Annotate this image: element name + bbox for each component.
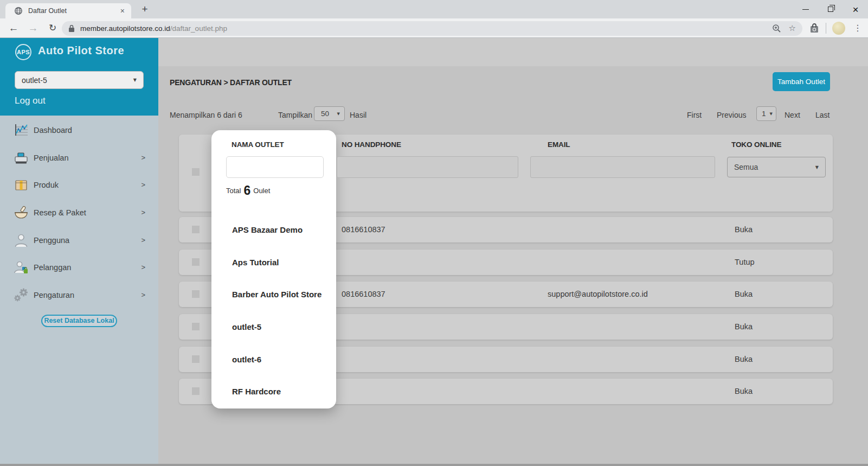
page-size-suffix-label: Hasil [350,108,367,123]
browser-tabstrip: Daftar Outlet × + × [0,0,868,18]
sidebar-item-dashboard[interactable]: Dashboard [0,117,158,144]
filter-no-handphone-input[interactable] [337,156,518,178]
profile-avatar[interactable] [832,22,845,35]
url-text: member.autopilotstore.co.id/daftar_outle… [80,24,764,33]
browser-tab[interactable]: Daftar Outlet × [5,3,131,18]
chevron-down-icon: ▼ [770,112,773,116]
page-number-select[interactable]: 1 ▼ [756,106,776,121]
row-phone: 0816610837 [342,282,385,307]
chevron-right-icon: > [141,254,145,281]
page-size-label: Tampilkan [278,108,312,123]
bookmark-star-icon[interactable]: ☆ [789,21,796,36]
window-restore-button[interactable] [818,0,843,18]
chevron-right-icon: > [141,144,145,171]
filter-toko-online-select[interactable]: Semua ▼ [727,157,826,177]
breadcrumb: PENGATURAN > DAFTAR OUTLET [170,78,292,87]
product-box-icon [13,177,29,193]
row-name: RF Hardcore [232,379,281,404]
new-tab-button[interactable]: + [138,2,152,16]
row-status: Buka [735,282,753,307]
sidebar-item-pengaturan[interactable]: Pengaturan > [0,282,158,309]
zoom-icon[interactable] [772,24,781,33]
main-top-band [158,38,868,66]
tab-title: Daftar Outlet [28,7,118,15]
sidebar-item-label: Pengaturan [34,282,74,309]
tab-close-icon[interactable]: × [118,7,127,15]
chevron-right-icon: > [141,282,145,309]
mortar-pestle-icon [13,205,29,221]
outlet-select[interactable]: outlet-5 ▼ [15,71,144,89]
select-all-checkbox[interactable] [192,168,200,176]
row-name: APS Bazaar Demo [232,217,303,242]
row-status: Buka [735,379,753,404]
lock-icon [68,24,75,33]
row-checkbox[interactable] [192,258,200,266]
total-count: 6 [243,183,250,198]
window-bottom-edge [0,464,868,466]
window-close-button[interactable]: × [843,0,868,18]
row-checkbox[interactable] [192,323,200,330]
row-checkbox[interactable] [192,355,200,363]
total-outlet-text: Total 6 Oulet [226,183,270,198]
browser-toolbar: ← → ↻ member.autopilotstore.co.id/daftar… [0,18,868,38]
gear-icon [13,287,29,303]
column-header-no-handphone: NO HANDPHONE [342,141,401,149]
sidebar-item-label: Penjualan [34,144,69,171]
sidebar-item-label: Produk [34,171,59,199]
pagination-last-link[interactable]: Last [815,108,830,123]
window-close-icon: × [852,4,858,15]
sidebar-item-pengguna[interactable]: Pengguna > [0,227,158,254]
app-window: Daftar Outlet × + × ← → ↻ member.autopil… [0,0,868,466]
sidebar: APS Auto Pilot Store outlet-5 ▼ Log out … [0,38,158,466]
reload-button[interactable]: ↻ [44,20,61,36]
row-checkbox[interactable] [192,226,200,233]
chevron-down-icon: ▼ [337,112,340,116]
pagination-previous-link[interactable]: Previous [717,108,746,123]
row-checkbox[interactable] [192,387,200,395]
cash-register-icon [13,150,29,166]
filter-email-input[interactable] [530,156,715,178]
sidebar-item-label: Pelanggan [34,254,71,281]
minimize-icon [802,9,809,10]
chevron-right-icon: > [141,171,145,199]
url-domain: member.autopilotstore.co.id [80,24,170,33]
logout-link[interactable]: Log out [15,95,46,106]
row-status: Tutup [735,250,755,275]
chevron-down-icon: ▼ [815,165,819,170]
sidebar-item-pelanggan[interactable]: Pelanggan > [0,254,158,281]
chevron-right-icon: > [141,227,145,254]
page-size-value: 50 [321,110,337,118]
row-checkbox[interactable] [192,290,200,298]
filter-nama-outlet-input[interactable] [226,156,324,178]
back-button[interactable]: ← [5,20,22,36]
tambah-outlet-button[interactable]: Tambah Outlet [773,72,830,91]
row-email: support@autopilotstore.co.id [548,282,648,307]
status-filter-value: Semua [734,163,815,171]
forward-button[interactable]: → [25,20,41,36]
row-name: Aps Tutorial [232,250,279,275]
total-prefix: Total [226,187,241,195]
sidebar-item-resep-paket[interactable]: Resep & Paket > [0,199,158,226]
chevron-down-icon: ▼ [133,78,137,82]
row-status: Buka [735,347,753,372]
showing-count-text: Menampilkan 6 dari 6 [170,108,242,123]
row-phone: 0816610837 [342,217,385,242]
brand-name: Auto Pilot Store [38,44,124,57]
sidebar-item-label: Resep & Paket [34,199,86,226]
reset-database-button[interactable]: Reset Database Lokal [41,315,117,327]
extension-bag-icon[interactable] [809,23,820,34]
row-name: outlet-5 [232,314,261,340]
restore-icon [828,7,833,12]
browser-menu-icon[interactable]: ⋮ [852,21,863,36]
column-header-nama-outlet: NAMA OUTLET [232,141,284,149]
pagination-first-link[interactable]: First [687,108,702,123]
total-suffix: Oulet [253,187,270,195]
address-bar[interactable]: member.autopilotstore.co.id/daftar_outle… [62,21,802,36]
window-minimize-button[interactable] [793,0,818,18]
pagination-next-link[interactable]: Next [785,108,800,123]
outlet-select-value: outlet-5 [22,76,133,85]
sidebar-item-produk[interactable]: Produk > [0,171,158,199]
sidebar-header: APS Auto Pilot Store outlet-5 ▼ Log out [0,38,158,116]
page-size-select[interactable]: 50 ▼ [314,106,345,121]
sidebar-item-penjualan[interactable]: Penjualan > [0,144,158,171]
